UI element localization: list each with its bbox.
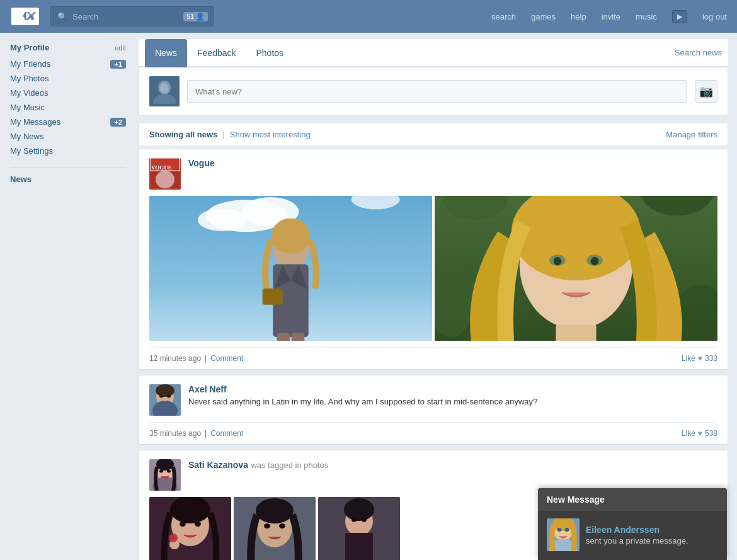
post-avatar-sati: [149, 459, 181, 491]
sidebar-messages-label: My Messages: [10, 117, 60, 127]
comment-link-axel[interactable]: Comment: [210, 429, 243, 438]
like-count: 333: [705, 354, 717, 363]
camera-icon: 📷: [699, 84, 713, 98]
post-footer-vogue: 12 minutes ago | Comment Like ♥ 333: [149, 347, 717, 369]
svg-point-42: [167, 395, 171, 398]
sidebar-friends-label: My Friends: [10, 59, 50, 69]
post-header-axel: Axel Neff Never said anything in Latin i…: [149, 384, 717, 416]
sidebar-item-videos[interactable]: My Videos: [10, 86, 126, 100]
search-input[interactable]: [72, 12, 178, 21]
search-count-badge: 51 👤: [183, 12, 208, 21]
svg-point-60: [256, 498, 294, 523]
news-filter-bar: Showing all news | Show most interesting…: [139, 122, 728, 146]
edit-profile-link[interactable]: edit: [115, 44, 126, 52]
my-profile-section: My Profile edit: [10, 43, 126, 52]
more-button[interactable]: ▶: [672, 10, 687, 23]
sidebar-link-music[interactable]: My Music: [10, 101, 126, 114]
filter-showing-label: Showing all news: [149, 130, 217, 139]
svg-point-40: [156, 384, 174, 397]
post-photo-3[interactable]: [318, 497, 400, 560]
svg-point-48: [167, 470, 171, 473]
post-photo-2[interactable]: [234, 497, 316, 560]
sidebar-nav: My Friends +1 My Photos My Videos My Mus…: [10, 57, 126, 157]
svg-point-47: [159, 470, 163, 473]
like-count-axel: 538: [705, 429, 717, 438]
new-message-popup[interactable]: New Message Eileen Anderssen sent you a …: [538, 488, 727, 560]
tab-photos[interactable]: Photos: [246, 39, 294, 67]
svg-point-77: [565, 528, 569, 532]
nav-logout[interactable]: log out: [702, 12, 727, 21]
heart-icon: ♥: [698, 354, 702, 363]
nav-games[interactable]: games: [531, 12, 556, 21]
post-photo-1[interactable]: [149, 497, 231, 560]
nav-search[interactable]: search: [491, 12, 516, 21]
sidebar-item-friends[interactable]: My Friends +1: [10, 57, 126, 71]
heart-icon-axel: ♥: [698, 429, 702, 438]
search-bar[interactable]: 🔍 51 👤: [50, 6, 214, 26]
message-sender-avatar: [547, 518, 580, 551]
tab-news[interactable]: News: [145, 39, 187, 67]
popup-body: Eileen Anderssen sent you a private mess…: [538, 511, 727, 560]
message-sender-name[interactable]: Eileen Anderssen: [586, 525, 718, 535]
sidebar-item-messages[interactable]: My Messages +2: [10, 115, 126, 129]
comment-link[interactable]: Comment: [210, 354, 243, 363]
search-news-link[interactable]: Search news: [675, 48, 722, 57]
post-author-name-axel[interactable]: Axel Neff: [188, 384, 537, 394]
svg-point-13: [198, 209, 246, 231]
nav-help[interactable]: help: [571, 12, 586, 21]
tab-feedback[interactable]: Feedback: [187, 39, 246, 67]
sidebar-link-videos[interactable]: My Videos: [10, 86, 126, 100]
popup-title: New Message: [547, 494, 605, 505]
post-like-section: Like ♥ 333: [682, 354, 717, 363]
post-content-sati: Sati Kazanova was tagged in photos: [188, 459, 328, 471]
sidebar-item-photos[interactable]: My Photos: [10, 72, 126, 85]
what-new-input[interactable]: [187, 80, 687, 103]
svg-point-76: [557, 528, 562, 532]
sidebar-videos-label: My Videos: [10, 88, 48, 98]
sidebar-music-label: My Music: [10, 103, 45, 112]
message-text: sent you a private message.: [586, 536, 718, 546]
search-icon: 🔍: [57, 12, 67, 21]
post-header: VOGUE Vogue: [149, 158, 717, 190]
filter-separator: |: [222, 130, 224, 139]
sidebar-link-news[interactable]: My News: [10, 130, 126, 143]
sidebar-link-messages[interactable]: My Messages +2: [10, 115, 126, 129]
filter-interesting-link[interactable]: Show most interesting: [230, 130, 311, 139]
svg-point-21: [271, 218, 311, 253]
svg-rect-3: [149, 104, 180, 106]
sidebar-news-label: My News: [10, 132, 43, 141]
like-button[interactable]: Like: [682, 354, 695, 363]
news-post-vogue: VOGUE Vogue: [139, 149, 728, 370]
post-time-comment: 12 minutes ago | Comment: [149, 354, 243, 363]
sidebar-news-section-label: News: [10, 174, 126, 184]
sidebar-item-settings[interactable]: My Settings: [10, 144, 126, 157]
post-footer-axel: 35 minutes ago | Comment Like ♥ 538: [149, 422, 717, 444]
like-button-axel[interactable]: Like: [682, 429, 695, 438]
svg-rect-65: [345, 533, 373, 560]
sidebar-settings-label: My Settings: [10, 146, 53, 156]
post-author-name[interactable]: Vogue: [188, 158, 215, 168]
nav-music[interactable]: music: [636, 12, 657, 21]
news-post-axel: Axel Neff Never said anything in Latin i…: [139, 375, 728, 445]
svg-rect-35: [556, 325, 596, 341]
my-profile-label[interactable]: My Profile: [10, 43, 49, 52]
camera-button[interactable]: 📷: [695, 80, 717, 103]
sidebar-item-music[interactable]: My Music: [10, 101, 126, 114]
manage-filters-link[interactable]: Manage filters: [666, 130, 717, 139]
nav-invite[interactable]: invite: [602, 12, 620, 21]
post-image-2[interactable]: [435, 196, 717, 341]
post-header-sati: Sati Kazanova was tagged in photos: [149, 459, 717, 491]
sidebar-item-news[interactable]: My News: [10, 130, 126, 143]
post-content-vogue: Vogue: [188, 158, 215, 168]
post-author-name-sati[interactable]: Sati Kazanova: [188, 460, 248, 470]
svg-point-70: [351, 518, 357, 522]
sidebar-friends-badge: +1: [110, 60, 126, 69]
sidebar-link-friends[interactable]: My Friends +1: [10, 57, 126, 71]
search-count: 51: [186, 13, 194, 20]
post-image-1[interactable]: BOTTEGAVENETA: [149, 196, 432, 341]
sidebar-link-settings[interactable]: My Settings: [10, 144, 126, 157]
svg-point-41: [159, 395, 163, 398]
svg-point-61: [264, 523, 270, 529]
sidebar-link-photos[interactable]: My Photos: [10, 72, 126, 85]
tabs-bar: News Feedback Photos Search news: [139, 39, 728, 67]
